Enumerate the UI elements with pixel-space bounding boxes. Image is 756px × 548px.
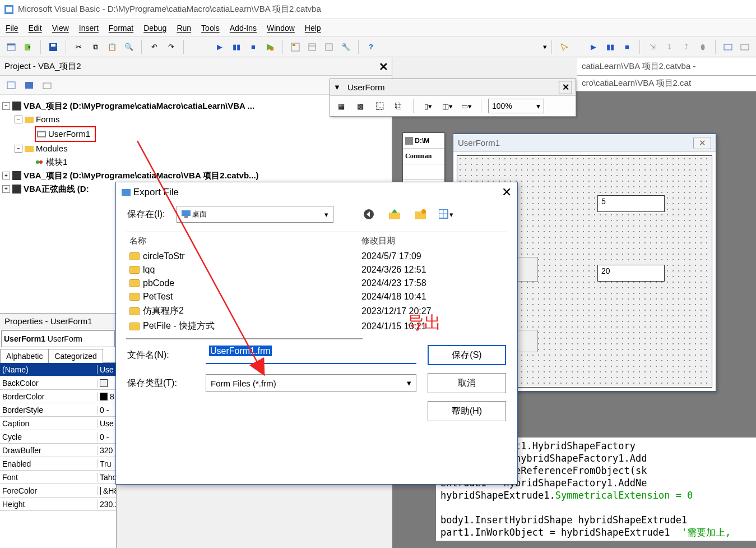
back-button[interactable] bbox=[361, 207, 376, 222]
toolbox-button[interactable]: 🔧 bbox=[338, 39, 354, 55]
view-code-icon[interactable] bbox=[3, 77, 19, 93]
file-row[interactable]: PetFile - 快捷方式2024/1/15 10:21 bbox=[126, 319, 507, 334]
tree-project-1[interactable]: VBA_项目2 (D:\MyPrograme\catiaMacro\catiaL… bbox=[24, 99, 254, 113]
textbox-2[interactable]: 20 bbox=[597, 265, 665, 282]
step-out-button[interactable]: ⤴ bbox=[678, 39, 694, 55]
design-mode-button[interactable] bbox=[262, 39, 278, 55]
center-icon[interactable]: ◫▾ bbox=[439, 98, 455, 114]
menu-file[interactable]: File bbox=[6, 24, 18, 33]
save-button[interactable] bbox=[45, 39, 61, 55]
file-list[interactable]: 名称 修改日期 circleToStr2024/5/7 17:09lqq2024… bbox=[126, 232, 507, 339]
props-row[interactable]: BorderColor8 bbox=[0, 390, 116, 403]
props-row[interactable]: Height230.25 bbox=[0, 498, 116, 511]
new-folder-button[interactable] bbox=[413, 207, 428, 222]
close-icon[interactable]: ✕ bbox=[377, 61, 389, 73]
close-icon[interactable]: ✕ bbox=[559, 81, 572, 94]
properties-grid[interactable]: (Name)UseBackColorBorderColor8BorderStyl… bbox=[0, 363, 116, 511]
paste-button[interactable]: 📋 bbox=[104, 39, 120, 55]
menu-addins[interactable]: Add-Ins bbox=[230, 24, 257, 33]
toolbox-item[interactable] bbox=[403, 164, 444, 180]
folder-icon[interactable] bbox=[39, 77, 55, 93]
file-row[interactable]: PetTest2024/4/18 10:41 bbox=[126, 290, 507, 303]
toolbar-overflow[interactable]: ▾ bbox=[543, 43, 547, 51]
step-over-button[interactable]: ⤵ bbox=[661, 39, 677, 55]
file-row[interactable]: lqq2024/3/26 12:51 bbox=[126, 263, 507, 277]
close-icon[interactable]: ✕ bbox=[693, 137, 711, 149]
expand-icon[interactable]: + bbox=[2, 185, 10, 193]
run-button-2[interactable]: ▶ bbox=[586, 39, 601, 55]
expand-icon[interactable]: + bbox=[2, 172, 10, 179]
redo-button[interactable]: ↷ bbox=[163, 39, 179, 55]
designer-tool[interactable] bbox=[556, 39, 572, 55]
textbox-1[interactable]: 5 bbox=[597, 195, 665, 212]
pause-button[interactable]: ▮▮ bbox=[229, 39, 244, 55]
align-icon[interactable]: ▯▾ bbox=[420, 98, 436, 114]
group-icon[interactable]: ⿺ bbox=[372, 98, 387, 114]
views-button[interactable]: ▾ bbox=[439, 207, 453, 222]
menu-format[interactable]: Format bbox=[109, 24, 133, 33]
props-row[interactable]: (Name)Use bbox=[0, 363, 116, 376]
find-button[interactable]: 🔍 bbox=[121, 39, 137, 55]
up-button[interactable] bbox=[387, 207, 402, 222]
tab-alphabetic[interactable]: Alphabetic bbox=[0, 349, 49, 363]
view-object-icon[interactable] bbox=[21, 77, 37, 93]
bring-front-icon[interactable]: ▦ bbox=[333, 98, 349, 114]
tree-project-2[interactable]: VBA_项目2 (D:\MyPrograme\catiaMacro\VBA 项目… bbox=[24, 169, 259, 182]
expand-icon[interactable]: − bbox=[15, 116, 22, 123]
menu-run[interactable]: Run bbox=[177, 24, 191, 33]
props-row[interactable]: BorderStyle0 - bbox=[0, 403, 116, 417]
dropdown-arrow-icon[interactable]: ▼ bbox=[333, 83, 341, 91]
expand-icon[interactable]: − bbox=[15, 145, 22, 153]
help-button[interactable]: ? bbox=[363, 39, 379, 55]
cut-button[interactable]: ✂ bbox=[71, 39, 86, 55]
menu-tools[interactable]: Tools bbox=[201, 24, 220, 33]
locals-button[interactable] bbox=[737, 39, 753, 55]
watch-button[interactable] bbox=[720, 39, 736, 55]
breakpoint-button[interactable]: ⬮ bbox=[695, 39, 711, 55]
file-row[interactable]: pbCode2024/4/23 17:58 bbox=[126, 277, 507, 290]
view-code-button[interactable] bbox=[3, 39, 19, 55]
send-back-icon[interactable]: ▩ bbox=[353, 98, 368, 114]
run-button[interactable]: ▶ bbox=[212, 39, 228, 55]
menu-insert[interactable]: Insert bbox=[79, 24, 99, 33]
stop-button[interactable]: ■ bbox=[245, 39, 261, 55]
props-row[interactable]: BackColor bbox=[0, 376, 116, 390]
tree-userform1[interactable]: UserForm1 bbox=[48, 127, 90, 141]
stop-button-2[interactable]: ■ bbox=[619, 39, 635, 55]
toolbox-window[interactable]: D:\M Comman bbox=[402, 132, 445, 183]
cancel-button[interactable]: 取消 bbox=[428, 373, 506, 393]
tree-module1[interactable]: 模块1 bbox=[46, 155, 67, 169]
menu-edit[interactable]: Edit bbox=[29, 24, 42, 33]
col-date[interactable]: 修改日期 bbox=[361, 236, 395, 246]
step-into-button[interactable]: ⇲ bbox=[644, 39, 660, 55]
ungroup-icon[interactable]: ⿻ bbox=[391, 98, 406, 114]
tree-project-3[interactable]: VBA正弦曲线 (D: bbox=[24, 182, 89, 196]
insert-button[interactable]: ▾ bbox=[20, 39, 36, 55]
userform-toolbar[interactable]: ▼ UserForm ✕ ▦ ▩ ⿺ ⿻ ▯▾ ◫▾ ▭▾ 100%▾ bbox=[330, 79, 576, 117]
help-button[interactable]: 帮助(H) bbox=[428, 401, 506, 421]
menu-window[interactable]: Window bbox=[267, 24, 295, 33]
properties-object-combo[interactable]: UserForm1 UserForm bbox=[1, 330, 115, 347]
menu-view[interactable]: View bbox=[52, 24, 69, 33]
tree-forms[interactable]: Forms bbox=[36, 113, 60, 126]
size-icon[interactable]: ▭▾ bbox=[458, 98, 474, 114]
properties-button[interactable] bbox=[304, 39, 320, 55]
menu-debug[interactable]: Debug bbox=[143, 24, 166, 33]
props-row[interactable]: CaptionUse bbox=[0, 417, 116, 430]
props-row[interactable]: EnabledTru bbox=[0, 457, 116, 471]
props-row[interactable]: DrawBuffer320 bbox=[0, 444, 116, 457]
project-explorer-button[interactable] bbox=[287, 39, 303, 55]
toolbox-title[interactable]: D:\M bbox=[403, 133, 444, 149]
file-row[interactable]: circleToStr2024/5/7 17:09 bbox=[126, 250, 507, 263]
object-browser-button[interactable] bbox=[321, 39, 337, 55]
props-row[interactable]: ForeColor&H80000012& bbox=[0, 484, 116, 498]
file-list-header[interactable]: 名称 修改日期 bbox=[126, 232, 507, 250]
props-row[interactable]: Cycle0 - bbox=[0, 430, 116, 444]
type-combo[interactable]: Form Files (*.frm)▾ bbox=[206, 374, 416, 392]
props-row[interactable]: FontTahoma bbox=[0, 471, 116, 484]
copy-button[interactable]: ⧉ bbox=[87, 39, 103, 55]
save-in-combo[interactable]: 桌面▾ bbox=[177, 206, 333, 223]
close-icon[interactable]: ✕ bbox=[502, 185, 512, 200]
file-row[interactable]: 仿真程序22023/12/17 20:27 bbox=[126, 303, 507, 319]
save-button[interactable]: 保存(S) bbox=[428, 345, 506, 365]
